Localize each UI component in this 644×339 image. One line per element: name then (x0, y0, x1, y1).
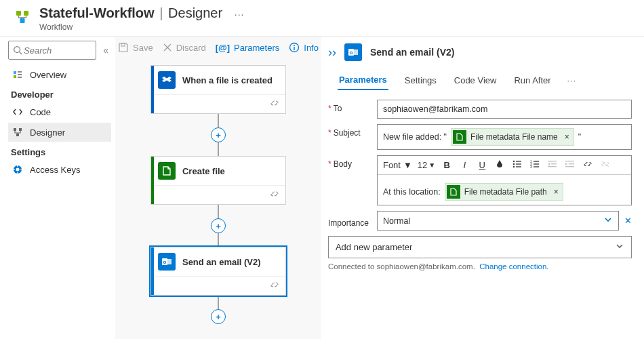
sidebar-item-code[interactable]: Code (8, 102, 111, 121)
svg-rect-28 (516, 163, 521, 164)
tab-code-view[interactable]: Code View (453, 71, 498, 89)
to-input[interactable]: sophiaowen@fabrikam.com (377, 100, 632, 119)
svg-rect-6 (14, 75, 16, 78)
indent-button[interactable] (564, 160, 576, 170)
link-button[interactable] (582, 160, 594, 170)
svg-rect-32 (534, 161, 539, 161)
svg-line-4 (20, 52, 22, 55)
details-title: Send an email (V2) (370, 47, 454, 58)
link-icon (269, 98, 280, 110)
dynamic-token-filepath[interactable]: File metadata File path × (445, 183, 563, 201)
svg-rect-7 (18, 71, 22, 73)
svg-text:o: o (350, 49, 353, 56)
importance-select[interactable]: Normal (377, 211, 619, 231)
dropbox-icon (158, 71, 176, 89)
svg-rect-18 (294, 47, 295, 50)
color-button[interactable] (494, 159, 506, 171)
file-icon (453, 130, 466, 144)
remove-token-button[interactable]: × (551, 187, 559, 197)
sidebar-item-label: Code (30, 107, 51, 117)
add-step-button[interactable]: + (211, 127, 226, 142)
parameters-button[interactable]: [@]Parameters (216, 43, 280, 53)
subject-input[interactable]: New file added: " File metadata File nam… (377, 124, 632, 150)
numbered-button[interactable]: 123 (529, 160, 541, 170)
page-subtitle: Workflow (39, 22, 244, 32)
svg-rect-11 (19, 128, 22, 131)
svg-rect-39 (548, 166, 557, 167)
code-icon (12, 106, 23, 117)
dynamic-token-filename[interactable]: File metadata File name × (451, 128, 574, 146)
add-step-button[interactable]: + (211, 309, 226, 324)
svg-rect-36 (534, 166, 539, 167)
info-button[interactable]: Info (289, 42, 319, 53)
body-editor[interactable]: Font ▼ 12▼ B I U 123 At this location: (377, 155, 632, 205)
details-tabs: Parameters Settings Code View Run After … (338, 71, 632, 90)
sidebar-group-settings: Settings (11, 147, 111, 157)
svg-point-27 (513, 163, 515, 165)
expand-panel-button[interactable]: ›› (328, 45, 336, 60)
sidebar: « Overview Developer Code Designer Setti… (0, 36, 115, 339)
designer-icon (12, 127, 23, 138)
discard-button[interactable]: Discard (163, 43, 206, 53)
remove-token-button[interactable]: × (562, 132, 569, 142)
svg-rect-24 (354, 49, 358, 55)
page-header: Stateful-Workflow | Designer ··· Workflo… (0, 0, 644, 36)
card-title: When a file is created (182, 75, 273, 85)
tab-settings[interactable]: Settings (403, 71, 438, 89)
workflow-trigger-card[interactable]: When a file is created (150, 65, 286, 114)
sidebar-item-label: Designer (30, 127, 65, 138)
svg-text:o: o (163, 259, 167, 265)
link-icon (269, 280, 280, 292)
tabs-more-button[interactable]: ··· (567, 75, 577, 85)
svg-rect-38 (551, 163, 557, 164)
card-title: Send an email (V2) (182, 257, 261, 267)
details-panel: ›› o Send an email (V2) Parameters Setti… (321, 36, 644, 339)
chevron-down-icon (603, 215, 613, 226)
header-more-button[interactable]: ··· (235, 9, 245, 20)
svg-point-29 (513, 166, 515, 168)
remove-importance-button[interactable]: ✕ (619, 216, 632, 226)
svg-point-17 (294, 45, 295, 46)
page-title: Stateful-Workflow (39, 5, 155, 20)
search-icon (13, 45, 22, 56)
richtext-toolbar: Font ▼ 12▼ B I U 123 (378, 156, 631, 175)
connection-info: Connected to sophiaowen@fabrikam.com. Ch… (328, 262, 632, 271)
outdent-button[interactable] (546, 160, 559, 170)
svg-rect-40 (565, 161, 574, 161)
sidebar-item-overview[interactable]: Overview (8, 65, 111, 84)
font-selector[interactable]: Font ▼ (383, 160, 412, 170)
svg-rect-41 (569, 163, 574, 164)
svg-rect-21 (167, 259, 172, 264)
svg-rect-42 (565, 166, 574, 167)
save-button[interactable]: Save (118, 42, 153, 53)
importance-label: Importance (328, 214, 377, 228)
collapse-sidebar-button[interactable]: « (100, 45, 111, 56)
unlink-button[interactable] (599, 160, 611, 170)
change-connection-link[interactable]: Change connection. (479, 262, 548, 271)
sidebar-item-access-keys[interactable]: Access Keys (8, 160, 111, 179)
bold-button[interactable]: B (441, 160, 453, 170)
add-parameter-select[interactable]: Add new parameter (328, 236, 632, 258)
workflow-action-card-send-email[interactable]: o Send an email (V2) (150, 247, 286, 296)
access-keys-icon (12, 164, 23, 175)
add-step-button[interactable]: + (211, 218, 226, 233)
svg-rect-9 (18, 77, 22, 78)
svg-point-14 (16, 168, 20, 172)
outlook-icon: o (344, 43, 362, 61)
sidebar-group-developer: Developer (11, 89, 111, 100)
body-label: *Body (328, 155, 377, 169)
bullets-button[interactable] (511, 160, 523, 170)
tab-parameters[interactable]: Parameters (338, 71, 388, 90)
search-input[interactable] (8, 41, 96, 60)
sidebar-item-designer[interactable]: Designer (8, 123, 111, 142)
underline-button[interactable]: U (476, 160, 488, 170)
sidebar-item-label: Overview (30, 70, 66, 80)
italic-button[interactable]: I (458, 160, 470, 170)
svg-rect-1 (24, 11, 28, 16)
tab-run-after[interactable]: Run After (512, 71, 552, 89)
workflow-action-card-create-file[interactable]: Create file (150, 156, 286, 205)
fontsize-selector[interactable]: 12▼ (418, 160, 435, 170)
svg-rect-34 (534, 163, 539, 164)
outlook-icon: o (158, 253, 176, 271)
designer-canvas: Save Discard [@]Parameters Info When a f… (115, 36, 321, 339)
